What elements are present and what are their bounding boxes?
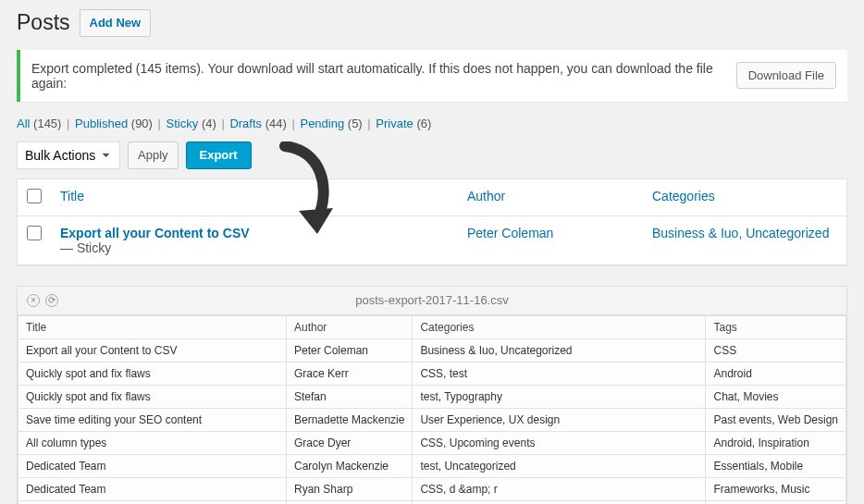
select-all-checkbox[interactable] — [27, 189, 42, 203]
filter-private[interactable]: Private — [376, 117, 413, 130]
download-file-button[interactable]: Download File — [736, 62, 836, 89]
close-icon[interactable]: × — [27, 294, 40, 307]
csv-cell: Grace Dyer — [287, 431, 413, 454]
csv-cell: Peter Coleman — [287, 338, 413, 362]
csv-cell: Quickly spot and fix flaws — [19, 385, 287, 408]
csv-row: Quickly spot and fix flawsGrace KerrCSS,… — [19, 362, 846, 385]
csv-cell: CSS, Upcoming events — [413, 431, 706, 454]
csv-cell: Android, Inspiration — [706, 431, 846, 454]
csv-cell: Ryan Sharp — [287, 477, 413, 500]
csv-cell: Past events, Web Design — [706, 408, 846, 431]
csv-cell: CSS, test — [413, 362, 706, 385]
csv-col-title: Title — [19, 315, 287, 338]
csv-row: Quickly spot and fix flawsStefantest, Ty… — [19, 385, 846, 408]
refresh-icon[interactable]: ⟳ — [45, 294, 58, 307]
filter-pending[interactable]: Pending — [300, 117, 344, 130]
csv-col-tags: Tags — [706, 315, 846, 338]
csv-cell: All column types — [19, 431, 287, 454]
csv-cell: Essentials, Mobile — [706, 454, 846, 477]
column-author[interactable]: Author — [467, 189, 505, 203]
csv-cell: Max Campbell — [287, 500, 413, 504]
csv-row: Dedicated TeamRyan SharpCSS, d &amp; rFr… — [19, 477, 846, 500]
bulk-actions-select[interactable]: Bulk Actions — [17, 141, 120, 169]
filter-drafts[interactable]: Drafts — [229, 117, 262, 130]
notice-text: Export completed (145 items). Your downl… — [31, 61, 727, 91]
sticky-label: — Sticky — [60, 240, 111, 255]
status-filters: All (145) | Published (90) | Sticky (4) … — [17, 117, 847, 130]
filter-sticky[interactable]: Sticky — [167, 117, 199, 130]
csv-cell: Export all your Content to CSV — [19, 338, 287, 362]
csv-cell: Dedicated Team — [19, 477, 287, 500]
csv-cell: Grace Kerr — [287, 362, 413, 385]
column-title[interactable]: Title — [60, 189, 84, 203]
row-checkbox[interactable] — [27, 226, 42, 240]
csv-cell: User Experience, UX design — [413, 408, 706, 431]
csv-cell: Dedicated Team — [19, 454, 287, 477]
author-link[interactable]: Peter Coleman — [467, 226, 553, 240]
csv-cell: Android — [706, 362, 846, 385]
post-title-link[interactable]: Export all your Content to CSV — [60, 226, 250, 240]
csv-row: Dedicated TeamCarolyn Mackenzietest, Unc… — [19, 454, 846, 477]
csv-row: Save time editing your SEO contentBernad… — [19, 408, 846, 431]
categories-link[interactable]: Business & Iuo, Uncategorized — [652, 226, 829, 240]
column-categories[interactable]: Categories — [652, 189, 715, 203]
page-title: Posts — [17, 10, 70, 35]
export-success-notice: Export completed (145 items). Your downl… — [17, 50, 847, 102]
csv-cell: test, Uncategorized — [413, 454, 706, 477]
csv-cell: Quickly spot and fix flaws — [19, 362, 287, 385]
csv-cell: Bernadette Mackenzie — [287, 408, 413, 431]
filter-published[interactable]: Published — [75, 117, 128, 130]
csv-cell: Chat, Movies — [706, 385, 846, 408]
csv-cell: Carolyn Mackenzie — [287, 454, 413, 477]
csv-cell: CSS, d &amp; r — [413, 477, 706, 500]
csv-row: All column typesGrace DyerCSS, Upcoming … — [19, 431, 846, 454]
filter-all[interactable]: All — [17, 117, 30, 130]
csv-cell: Save time editing your SEO content — [19, 408, 287, 431]
csv-cell: Business & Iuo, Uncategorized — [413, 338, 706, 362]
csv-cell: Integration with Plugins — [19, 500, 287, 504]
csv-cell: Stefan — [287, 385, 413, 408]
csv-cell: Frameworks, Music — [706, 477, 846, 500]
csv-cell: Freebies &amp; ui, Techniques — [413, 500, 706, 504]
csv-table: Title Author Categories Tags Export all … — [18, 315, 846, 505]
add-new-button[interactable]: Add New — [80, 9, 152, 37]
csv-col-categories: Categories — [413, 315, 706, 338]
csv-cell: Techniques, Themes — [706, 500, 846, 504]
export-button[interactable]: Export — [186, 141, 252, 169]
csv-filename: posts-export-2017-11-16.csv — [355, 293, 508, 307]
csv-cell: test, Typography — [413, 385, 706, 408]
csv-preview-panel: × ⟳ posts-export-2017-11-16.csv Title Au… — [17, 286, 847, 505]
apply-button[interactable]: Apply — [128, 141, 179, 169]
csv-cell: CSS — [706, 338, 846, 362]
csv-row: Export all your Content to CSVPeter Cole… — [19, 338, 846, 362]
csv-row: Integration with PluginsMax CampbellFree… — [19, 500, 846, 504]
table-row: Export all your Content to CSV — Sticky … — [18, 215, 847, 264]
csv-col-author: Author — [287, 315, 413, 338]
posts-table: Title Author Categories Export all your … — [17, 178, 847, 265]
